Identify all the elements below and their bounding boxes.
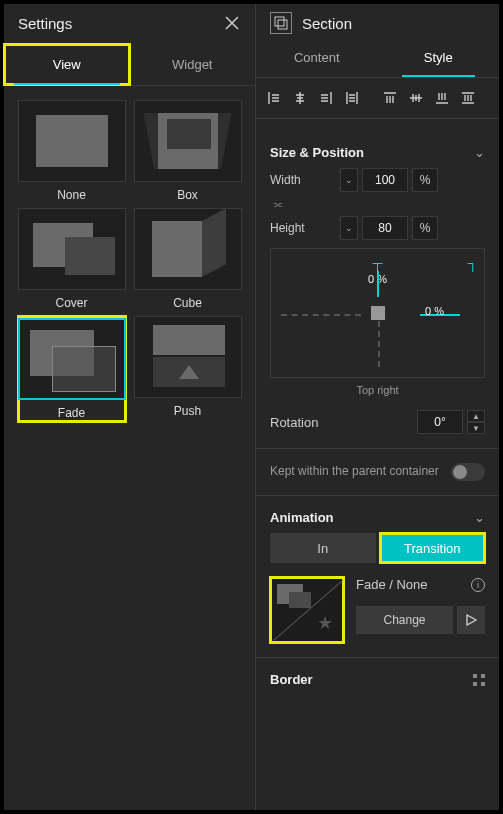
section-title: Section — [302, 15, 352, 32]
effect-none[interactable] — [18, 100, 126, 182]
anchor-right-icon: ┐ — [468, 255, 478, 271]
effect-box-label: Box — [177, 188, 198, 202]
anchor-caption: Top right — [270, 384, 485, 396]
kept-within-label: Kept within the parent container — [270, 464, 451, 480]
width-input[interactable] — [362, 168, 408, 192]
anchor-top-unit: % — [377, 273, 387, 285]
anchor-right-value: 0 — [425, 305, 431, 317]
effect-fade-label: Fade — [58, 406, 85, 420]
effect-none-label: None — [57, 188, 86, 202]
animation-tab-in[interactable]: In — [270, 533, 376, 563]
close-icon[interactable] — [223, 14, 241, 32]
width-unit[interactable]: % — [412, 168, 438, 192]
section-icon — [270, 12, 292, 34]
svg-rect-0 — [275, 17, 284, 26]
chevron-down-icon[interactable]: ⌄ — [474, 145, 485, 160]
animation-play-button[interactable] — [457, 606, 485, 634]
effect-push[interactable] — [134, 316, 242, 398]
settings-tab-view[interactable]: View — [4, 44, 130, 85]
border-sides-icon[interactable] — [473, 674, 485, 686]
size-position-heading: Size & Position — [270, 145, 364, 160]
snap-bottom-icon[interactable] — [430, 86, 454, 110]
snap-right-icon[interactable] — [314, 86, 338, 110]
info-icon[interactable]: i — [471, 578, 485, 592]
stretch-v-icon[interactable] — [456, 86, 480, 110]
snap-top-icon[interactable] — [378, 86, 402, 110]
effect-cover-label: Cover — [55, 296, 87, 310]
anchor-handle[interactable] — [371, 306, 385, 320]
height-input[interactable] — [362, 216, 408, 240]
alignment-toolbar — [256, 78, 499, 119]
anchor-top-value: 0 — [368, 273, 374, 285]
animation-heading: Animation — [270, 510, 334, 525]
section-tab-content[interactable]: Content — [256, 38, 378, 77]
settings-title: Settings — [18, 15, 72, 32]
rotation-input[interactable] — [417, 410, 463, 434]
height-unit[interactable]: % — [412, 216, 438, 240]
effect-box[interactable] — [134, 100, 242, 182]
anchor-top-icon: ┬ — [373, 255, 383, 271]
snap-left-icon[interactable] — [262, 86, 286, 110]
rotation-step-up[interactable]: ▲ — [467, 410, 485, 422]
width-label: Width — [270, 173, 340, 187]
animation-change-button[interactable]: Change — [356, 606, 453, 634]
animation-fade-none-label: Fade / None — [356, 577, 428, 592]
effect-cover[interactable] — [18, 208, 126, 290]
settings-panel: Settings View Widget None Box Cover — [4, 4, 256, 810]
lock-icon[interactable]: ⫘ — [272, 198, 485, 210]
stretch-h-icon[interactable] — [340, 86, 364, 110]
transition-effects-grid: None Box Cover Cube Fade — [4, 86, 255, 436]
width-dropdown[interactable]: ⌄ — [340, 168, 358, 192]
animation-tab-transition[interactable]: Transition — [380, 533, 486, 563]
height-label: Height — [270, 221, 340, 235]
settings-tab-widget[interactable]: Widget — [130, 44, 256, 85]
star-icon: ★ — [317, 612, 333, 634]
section-tab-style[interactable]: Style — [378, 38, 500, 77]
effect-cube-label: Cube — [173, 296, 202, 310]
animation-preview-thumb[interactable]: ★ — [270, 577, 344, 643]
align-vcenter-icon[interactable] — [404, 86, 428, 110]
anchor-position-box[interactable]: ┬ 0 % ┐ 0 % — [270, 248, 485, 378]
arrow-up-icon — [179, 365, 199, 379]
svg-rect-1 — [278, 20, 287, 29]
height-dropdown[interactable]: ⌄ — [340, 216, 358, 240]
align-hcenter-icon[interactable] — [288, 86, 312, 110]
effect-fade[interactable] — [18, 318, 126, 400]
effect-push-label: Push — [174, 404, 201, 418]
rotation-step-down[interactable]: ▼ — [467, 422, 485, 434]
rotation-label: Rotation — [270, 415, 417, 430]
anchor-right-unit: % — [434, 305, 444, 317]
effect-cube[interactable] — [134, 208, 242, 290]
kept-within-toggle[interactable] — [451, 463, 485, 481]
chevron-down-icon[interactable]: ⌄ — [474, 510, 485, 525]
border-heading: Border — [270, 672, 313, 687]
section-panel: Section Content Style Size & Position ⌄ — [256, 4, 499, 810]
